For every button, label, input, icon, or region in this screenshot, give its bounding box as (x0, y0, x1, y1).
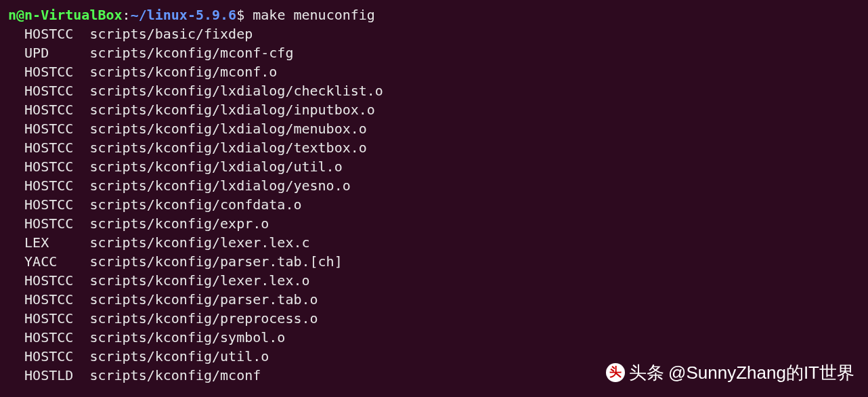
output-line: HOSTCC scripts/kconfig/lxdialog/yesno.o (8, 176, 860, 195)
output-line: HOSTCC scripts/kconfig/confdata.o (8, 195, 860, 214)
output-line: HOSTCC scripts/kconfig/lexer.lex.o (8, 271, 860, 290)
terminal-output: HOSTCC scripts/basic/fixdep UPD scripts/… (8, 24, 860, 385)
prompt-symbol: $ (236, 7, 244, 23)
prompt-separator: : (123, 7, 131, 23)
output-line: HOSTCC scripts/kconfig/lxdialog/inputbox… (8, 100, 860, 119)
watermark-handle: @SunnyZhang的IT世界 (668, 360, 854, 385)
output-line: HOSTCC scripts/kconfig/symbol.o (8, 328, 860, 347)
output-line: HOSTCC scripts/kconfig/lxdialog/util.o (8, 157, 860, 176)
output-line: HOSTCC scripts/kconfig/expr.o (8, 214, 860, 233)
terminal-window[interactable]: n@n-VirtualBox:~/linux-5.9.6$ make menuc… (8, 5, 860, 385)
output-line: HOSTCC scripts/kconfig/parser.tab.o (8, 290, 860, 309)
output-line: UPD scripts/kconfig/mconf-cfg (8, 43, 860, 62)
prompt-line: n@n-VirtualBox:~/linux-5.9.6$ make menuc… (8, 5, 860, 24)
output-line: HOSTCC scripts/kconfig/lxdialog/textbox.… (8, 138, 860, 157)
output-line: LEX scripts/kconfig/lexer.lex.c (8, 233, 860, 252)
output-line: HOSTCC scripts/kconfig/mconf.o (8, 62, 860, 81)
output-line: HOSTCC scripts/kconfig/lxdialog/menubox.… (8, 119, 860, 138)
watermark: 头 头条 @SunnyZhang的IT世界 (606, 360, 854, 385)
output-line: YACC scripts/kconfig/parser.tab.[ch] (8, 252, 860, 271)
output-line: HOSTCC scripts/kconfig/preprocess.o (8, 309, 860, 328)
command-text: make menuconfig (244, 7, 375, 23)
prompt-path: ~/linux-5.9.6 (131, 7, 237, 23)
watermark-prefix: 头条 (629, 360, 664, 385)
prompt-user-host: n@n-VirtualBox (8, 7, 123, 23)
output-line: HOSTCC scripts/basic/fixdep (8, 24, 860, 43)
output-line: HOSTCC scripts/kconfig/lxdialog/checklis… (8, 81, 860, 100)
watermark-logo-icon: 头 (606, 363, 625, 382)
